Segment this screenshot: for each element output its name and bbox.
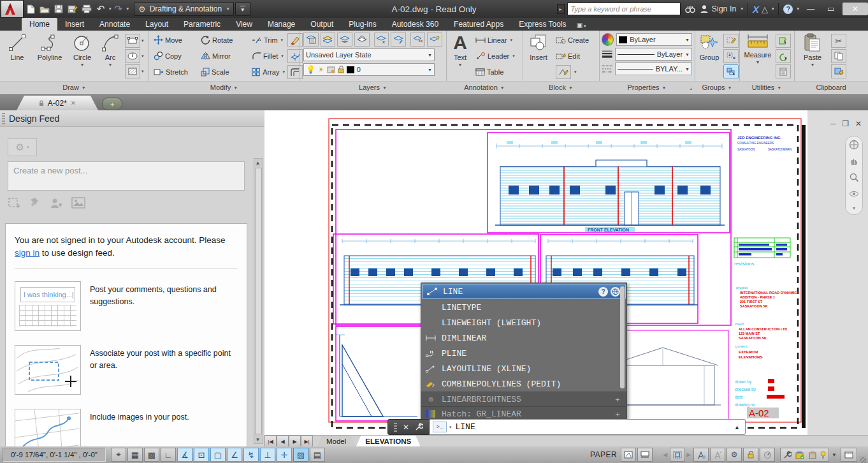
- lineweight-dropdown[interactable]: ByLayer▼: [615, 48, 692, 61]
- panel-label-utilities[interactable]: Utilities▼: [739, 81, 794, 93]
- new-post-input[interactable]: Create a new post...: [8, 161, 245, 191]
- autoscale-button[interactable]: [710, 448, 725, 462]
- sign-in-button[interactable]: Sign In ▾: [700, 4, 743, 13]
- pin-icon[interactable]: [29, 197, 41, 210]
- object-snap-3d-toggle[interactable]: ▢: [210, 448, 226, 462]
- snap-mode-toggle[interactable]: ⌖: [111, 448, 126, 462]
- autodesk360-caret-icon[interactable]: ▾: [772, 6, 774, 11]
- tab-annotate[interactable]: Annotate: [92, 18, 138, 31]
- redo-history-caret-icon[interactable]: ▾: [127, 6, 129, 11]
- fillet-button[interactable]: Fillet▾: [250, 48, 286, 64]
- move-button[interactable]: Move: [152, 32, 198, 48]
- copy-clip-button[interactable]: [831, 49, 846, 63]
- copy-button[interactable]: Copy: [152, 48, 198, 64]
- tab-model[interactable]: Model: [317, 436, 356, 447]
- file-tab[interactable]: A-02* ✕: [17, 96, 98, 110]
- popup-item-linetype[interactable]: LINETYPE: [421, 300, 626, 315]
- panel-label-clipboard[interactable]: Clipboard: [794, 81, 868, 93]
- tab-express-tools[interactable]: Express Tools: [511, 18, 574, 31]
- feed-settings-button[interactable]: ⚙▾: [8, 138, 37, 156]
- space-indicator[interactable]: PAPER: [590, 450, 617, 459]
- next-layout-button[interactable]: ▶: [289, 436, 301, 447]
- scroll-down-icon[interactable]: ▼: [254, 436, 261, 443]
- tab-home[interactable]: Home: [22, 18, 57, 31]
- internet-search-icon[interactable]: [611, 287, 620, 297]
- workspace-dropdown[interactable]: ⚙ Drafting & Annotation ▾: [134, 2, 234, 16]
- tab-elevations[interactable]: ELEVATIONS: [356, 436, 421, 447]
- circle-button[interactable]: Circle ▼: [68, 31, 97, 82]
- grid-display-toggle[interactable]: ▦: [127, 448, 143, 462]
- scroll-up-icon[interactable]: ▲: [254, 159, 261, 166]
- line-button[interactable]: Line: [3, 31, 32, 82]
- layer-properties-button[interactable]: [303, 33, 319, 47]
- layout-space-button[interactable]: [637, 448, 653, 462]
- panel-label-draw[interactable]: Draw▼: [0, 81, 148, 93]
- grid-snap-toggle[interactable]: ▩: [144, 448, 159, 462]
- group-edit-button[interactable]: [723, 49, 739, 63]
- layer-dropdown[interactable]: 💡 ☀ 0▼: [303, 63, 435, 76]
- layer-state-dropdown[interactable]: Unsaved Layer State▼: [303, 48, 435, 61]
- tab-parametric[interactable]: Parametric: [176, 18, 228, 31]
- new-drawing-tab-button[interactable]: ＋: [102, 98, 122, 110]
- popup-item-line[interactable]: LINE ?: [422, 284, 626, 299]
- add-image-icon[interactable]: [71, 197, 85, 209]
- layer-walk-button[interactable]: [427, 33, 442, 47]
- new-file-button[interactable]: [24, 3, 38, 15]
- layer-match-button[interactable]: [410, 33, 426, 47]
- linetype-dropdown[interactable]: BYLAY...▼: [615, 62, 692, 75]
- dialog-launcher-icon[interactable]: ⌟: [690, 84, 692, 91]
- last-layout-button[interactable]: ▶|: [301, 436, 313, 447]
- save-as-button[interactable]: [66, 3, 80, 15]
- save-button[interactable]: [52, 3, 66, 15]
- scrollbar-thumb[interactable]: [255, 168, 262, 434]
- prev-viewport-icon[interactable]: ◀: [663, 452, 667, 458]
- search-history-button[interactable]: ▸: [557, 4, 565, 14]
- model-space-button[interactable]: [621, 448, 636, 462]
- help-caret-icon[interactable]: ▾: [797, 6, 799, 11]
- edit-block-button[interactable]: Edit: [554, 48, 590, 64]
- hardware-acceleration-bulb-icon[interactable]: [820, 451, 826, 459]
- tab-plugins[interactable]: Plug-ins: [341, 18, 384, 31]
- arc-button[interactable]: Arc ▼: [98, 31, 122, 82]
- design-feed-header[interactable]: Design Feed: [0, 110, 264, 127]
- ellipse-button[interactable]: ▾: [125, 49, 144, 63]
- maximize-button[interactable]: ▭: [822, 3, 840, 15]
- object-snap-toggle[interactable]: ⊡: [194, 448, 209, 462]
- panel-label-block[interactable]: Block▼: [523, 81, 599, 93]
- tab-view[interactable]: View: [228, 18, 260, 31]
- prev-layout-button[interactable]: ◀: [277, 436, 289, 447]
- panel-label-layers[interactable]: Layers▼: [300, 81, 446, 93]
- select-area-icon[interactable]: [8, 197, 20, 210]
- annotation-scale-button[interactable]: ⚙: [727, 448, 742, 462]
- popup-scrollbar[interactable]: [620, 286, 625, 388]
- measure-button[interactable]: Measure ▼: [742, 31, 774, 82]
- annotation-visibility-button[interactable]: [693, 448, 709, 462]
- polar-tracking-toggle[interactable]: ∡: [177, 448, 192, 462]
- isometric-drafting-toggle[interactable]: ∠: [227, 448, 242, 462]
- text-button[interactable]: A Text ▼: [449, 31, 472, 82]
- tab-insert[interactable]: Insert: [57, 18, 92, 31]
- array-button[interactable]: Array▾: [250, 64, 286, 80]
- paste-special-button[interactable]: [831, 64, 846, 78]
- command-input[interactable]: [454, 422, 732, 432]
- quick-properties-toggle[interactable]: ▤: [310, 448, 325, 462]
- plot-notify-icon[interactable]: [809, 451, 816, 459]
- transparency-toggle[interactable]: ▨: [293, 448, 308, 462]
- expand-plus-icon[interactable]: ＋: [614, 394, 621, 405]
- customize-wrench-icon[interactable]: [415, 423, 423, 431]
- file-tab-close-icon[interactable]: ✕: [71, 99, 76, 107]
- tab-layout[interactable]: Layout: [138, 18, 176, 31]
- next-viewport-icon[interactable]: ▶: [686, 452, 691, 458]
- polyline-button[interactable]: Polyline: [33, 31, 66, 82]
- command-input-area[interactable]: >_ ▾ ▲: [430, 419, 746, 435]
- zoom-icon[interactable]: [849, 172, 859, 182]
- table-button[interactable]: Table: [474, 64, 516, 80]
- help-icon[interactable]: ?: [598, 287, 608, 297]
- ortho-mode-toggle[interactable]: ∟: [161, 448, 176, 462]
- cut-button[interactable]: ✂: [831, 34, 846, 48]
- trim-button[interactable]: Trim▾: [250, 32, 286, 48]
- dynamic-ucs-toggle[interactable]: ⊥: [260, 448, 275, 462]
- panel-label-groups[interactable]: Groups▼: [695, 81, 739, 93]
- dynamic-input-toggle[interactable]: ✛: [277, 448, 292, 462]
- plot-button[interactable]: [80, 3, 94, 15]
